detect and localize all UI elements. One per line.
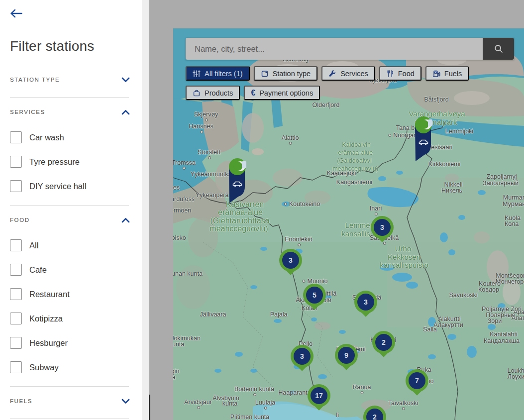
filter-chip-all-filters-1[interactable]: All filters (1) xyxy=(186,66,250,81)
map-label: Enontekiö xyxy=(285,236,313,243)
option-label: Subway xyxy=(29,363,59,372)
map-canvas[interactable]: SkarsvågHammerfestOlderfjordKjøllefjordB… xyxy=(173,28,524,420)
sliders-icon xyxy=(193,70,201,78)
place-dot-icon xyxy=(284,203,287,206)
map-label: (Gálddoaivvi xyxy=(337,157,371,164)
option-label: Kotipizza xyxy=(29,314,63,323)
map-label: Кола xyxy=(505,220,519,227)
checkbox-icon[interactable] xyxy=(10,361,22,373)
divider xyxy=(10,419,129,419)
map-label: Алакуртти xyxy=(433,321,463,328)
station-pin-marker[interactable] xyxy=(413,116,434,168)
filter-option-subway[interactable]: Subway xyxy=(10,361,142,373)
filter-option-restaurant[interactable]: Restaurant xyxy=(10,288,142,300)
search-input[interactable] xyxy=(186,38,483,60)
map-label: Olderfjord xyxy=(313,102,340,108)
station-pin-marker[interactable] xyxy=(226,158,248,210)
checkbox-icon[interactable] xyxy=(10,239,22,251)
section-station-type-header[interactable]: STATION TYPE xyxy=(10,75,142,84)
map-label: a xyxy=(173,374,175,381)
map-label: ermoen xyxy=(173,207,191,214)
section-services-header[interactable]: SERVICES xyxy=(10,107,142,116)
checkbox-icon[interactable] xyxy=(10,180,22,192)
search-button[interactable] xyxy=(483,38,514,60)
filter-option-diy-service-hall[interactable]: DIY service hall xyxy=(10,180,142,192)
map-label: Kekkosen xyxy=(388,253,420,261)
map-label: Lemmijoki xyxy=(445,128,473,135)
filter-option-kotipizza[interactable]: Kotipizza xyxy=(10,313,142,324)
filter-chip-payment-options[interactable]: €Payment options xyxy=(244,86,320,100)
section-food: FOODAllCafeRestaurantKotipizzaHesburgerS… xyxy=(10,215,142,387)
option-label: Restaurant xyxy=(29,290,70,299)
station-search-bar xyxy=(186,38,514,60)
cluster-count: 3 xyxy=(282,252,299,269)
filter-chip-services[interactable]: Services xyxy=(321,66,375,81)
section-food-header[interactable]: FOOD xyxy=(10,215,142,224)
checkbox-icon[interactable] xyxy=(10,131,22,143)
sidebar-scrollbar-thumb[interactable] xyxy=(149,395,150,420)
filter-sections: STATION TYPESERVICESCar washTyre pressur… xyxy=(10,75,142,419)
section-services: SERVICESCar washTyre pressureDIY service… xyxy=(10,107,142,206)
checkbox-icon[interactable] xyxy=(10,337,22,349)
map-label: Bodenin kunta xyxy=(234,386,274,393)
map-label: erämaa-alue xyxy=(338,149,373,156)
option-label: All xyxy=(29,241,38,250)
checkbox-icon[interactable] xyxy=(10,156,22,168)
filter-option-all[interactable]: All xyxy=(10,239,142,251)
filter-option-cafe[interactable]: Cafe xyxy=(10,264,142,276)
place-dot-icon xyxy=(200,130,203,133)
option-label: Cafe xyxy=(29,265,47,275)
map-label: Skjervøy xyxy=(194,111,218,118)
map-label: Zapoljarnyj xyxy=(486,173,517,180)
map-label: Ковдор xyxy=(478,286,499,293)
map-label: Лоухи xyxy=(508,373,524,380)
map-label: Abisko xyxy=(173,234,186,241)
map-label: Pajala xyxy=(270,311,288,318)
chevron-up-icon xyxy=(121,109,130,115)
filter-option-tyre-pressure[interactable]: Tyre pressure xyxy=(10,156,142,168)
cluster-count: 3 xyxy=(374,219,391,236)
filter-option-car-wash[interactable]: Car wash xyxy=(10,131,142,143)
sidebar-scrollbar-track[interactable] xyxy=(142,0,149,420)
divider xyxy=(10,97,129,98)
map-label: Yykeänperä xyxy=(196,192,229,199)
cluster-count: 3 xyxy=(357,294,374,311)
map-label: Murmansk xyxy=(503,194,524,201)
chip-label: Fuels xyxy=(444,70,462,78)
filter-chip-products[interactable]: Products xyxy=(186,86,240,100)
chip-label: All filters (1) xyxy=(205,70,243,78)
chevron-up-icon xyxy=(121,217,130,223)
chip-label: Services xyxy=(340,70,368,78)
map-label: Jällivaara xyxy=(200,311,226,318)
cluster-count: 2 xyxy=(375,334,392,351)
map-label: Kaldoaivin xyxy=(342,141,371,148)
checkbox-icon[interactable] xyxy=(10,288,22,300)
section-items: Car washTyre pressureDIY service hall xyxy=(10,131,142,192)
arrow-left-icon xyxy=(10,9,22,18)
section-label: SERVICES xyxy=(10,109,45,115)
filter-option-hesburger[interactable]: Hesburger xyxy=(10,337,142,349)
place-dot-icon xyxy=(298,243,301,246)
map-label: Alattio xyxy=(282,134,299,141)
filter-chip-fuels[interactable]: Fuels xyxy=(425,66,469,81)
euro-icon: € xyxy=(251,89,255,97)
page-title: Filter stations xyxy=(10,38,142,54)
checkbox-icon[interactable] xyxy=(10,313,22,324)
map-label: Yykeänmuotka xyxy=(191,171,232,178)
map-label: Апати xyxy=(512,315,524,321)
back-button[interactable] xyxy=(9,8,23,20)
map-label: Kaarasjoki xyxy=(327,170,356,177)
checkbox-icon[interactable] xyxy=(10,264,22,276)
map-label: kansallispuisto xyxy=(380,261,428,269)
wrench-icon xyxy=(328,70,336,78)
map-label: Haaparanta xyxy=(278,389,311,396)
filter-chip-station-type[interactable]: Station type xyxy=(254,66,318,81)
map-label: ardufoss xyxy=(173,196,195,203)
chevron-down-icon xyxy=(121,399,130,404)
place-dot-icon xyxy=(208,156,211,159)
filter-chip-food[interactable]: Food xyxy=(379,66,421,81)
map-label: Tromssa xyxy=(173,159,196,166)
section-fuels-header[interactable]: FUELS xyxy=(10,397,142,406)
map-label: Никель xyxy=(441,187,462,194)
option-label: DIY service hall xyxy=(29,182,86,191)
